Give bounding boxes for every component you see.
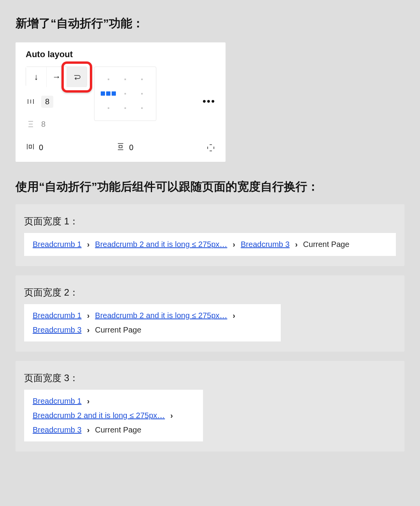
padding-vertical-control[interactable]: 0: [116, 142, 133, 153]
intro-heading-2: 使用“自动折行”功能后组件可以跟随页面的宽度自行换行：: [16, 179, 404, 195]
intro-heading: 新增了“自动折行”功能：: [16, 16, 404, 32]
example-1: 页面宽度 1： Breadcrumb 1 › Breadcrumb 2 and …: [16, 204, 404, 266]
breadcrumb-link[interactable]: Breadcrumb 3: [241, 240, 290, 249]
examples-container: 页面宽度 1： Breadcrumb 1 › Breadcrumb 2 and …: [16, 204, 404, 452]
breadcrumb-current: Current Page: [95, 326, 141, 334]
padding-row: 0 0: [26, 142, 215, 153]
direction-wrap-button[interactable]: [66, 67, 87, 87]
breadcrumb-demo-1: Breadcrumb 1 › Breadcrumb 2 and it is lo…: [24, 233, 396, 256]
example-1-label: 页面宽度 1：: [24, 215, 396, 228]
auto-layout-panel: Auto layout ↓ → 8: [16, 42, 226, 162]
vertical-gap-input[interactable]: 8: [41, 120, 46, 129]
chevron-right-icon: ›: [233, 311, 235, 320]
example-3: 页面宽度 3： Breadcrumb 1 › Breadcrumb 2 and …: [16, 361, 404, 452]
horizontal-gap-icon: [26, 97, 36, 106]
chevron-right-icon: ›: [170, 411, 173, 420]
wrap-icon: [72, 72, 82, 82]
direction-toggle-group: ↓ →: [26, 67, 87, 87]
breadcrumb-link[interactable]: Breadcrumb 2 and it is long ≤ 275px…: [33, 411, 165, 420]
breadcrumb-link[interactable]: Breadcrumb 1: [33, 240, 82, 249]
svg-rect-1: [119, 145, 122, 148]
chevron-right-icon: ›: [233, 240, 235, 249]
horizontal-gap-input[interactable]: 8: [41, 96, 53, 108]
breadcrumb-current: Current Page: [303, 240, 349, 249]
panel-header: Auto layout: [26, 49, 215, 60]
example-3-label: 页面宽度 3：: [24, 372, 396, 384]
direction-vertical-button[interactable]: ↓: [26, 67, 46, 87]
breadcrumb-link[interactable]: Breadcrumb 1: [33, 397, 82, 406]
padding-horizontal-icon: [26, 142, 35, 153]
padding-vertical-icon: [116, 142, 125, 153]
breadcrumb-link[interactable]: Breadcrumb 3: [33, 326, 82, 334]
breadcrumb-current: Current Page: [95, 425, 141, 434]
breadcrumb-demo-2: Breadcrumb 1 › Breadcrumb 2 and it is lo…: [24, 304, 281, 341]
breadcrumb-link[interactable]: Breadcrumb 2 and it is long ≤ 275px…: [95, 311, 227, 320]
padding-horizontal-value: 0: [39, 143, 43, 152]
chevron-right-icon: ›: [295, 240, 298, 249]
individual-padding-icon: [206, 143, 215, 152]
breadcrumb-link[interactable]: Breadcrumb 2 and it is long ≤ 275px…: [95, 240, 227, 249]
alignment-grid[interactable]: [94, 67, 156, 121]
vertical-gap-row: 8: [26, 116, 87, 132]
horizontal-gap-row: 8: [26, 94, 87, 109]
breadcrumb-link[interactable]: Breadcrumb 3: [33, 425, 82, 434]
chevron-right-icon: ›: [87, 311, 90, 320]
direction-horizontal-button[interactable]: →: [46, 67, 66, 87]
alignment-selected-middle-left: [101, 91, 116, 96]
breadcrumb-demo-3: Breadcrumb 1 › Breadcrumb 2 and it is lo…: [24, 390, 203, 441]
panel-title: Auto layout: [26, 49, 73, 60]
individual-padding-button[interactable]: [206, 143, 215, 152]
chevron-right-icon: ›: [87, 425, 90, 434]
more-options-icon[interactable]: •••: [203, 91, 215, 107]
svg-rect-0: [29, 145, 32, 148]
example-2-label: 页面宽度 2：: [24, 286, 396, 299]
chevron-right-icon: ›: [87, 326, 90, 334]
padding-horizontal-control[interactable]: 0: [26, 142, 43, 153]
vertical-gap-icon: [26, 119, 36, 129]
example-2: 页面宽度 2： Breadcrumb 1 › Breadcrumb 2 and …: [16, 275, 404, 352]
chevron-right-icon: ›: [87, 240, 90, 249]
breadcrumb-link[interactable]: Breadcrumb 1: [33, 311, 82, 320]
chevron-right-icon: ›: [87, 397, 90, 406]
padding-vertical-value: 0: [129, 143, 133, 152]
